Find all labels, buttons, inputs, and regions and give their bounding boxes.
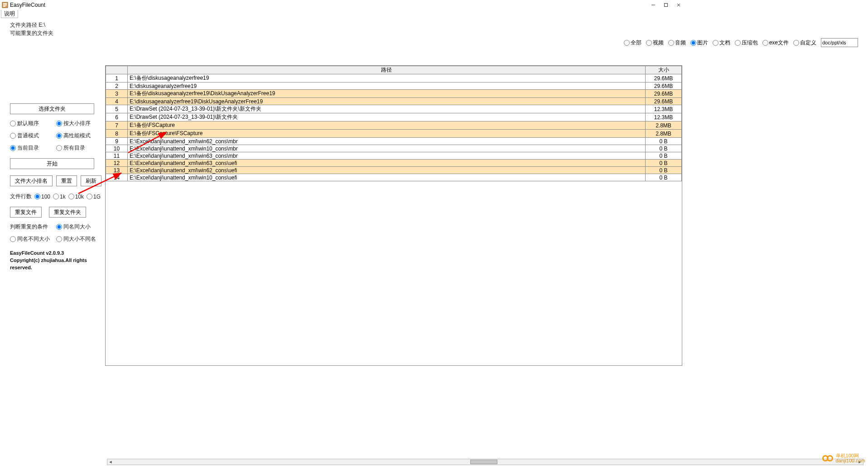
col-index[interactable] bbox=[106, 66, 128, 74]
cell-path: E:\Excel\danji\unattend_xml\win62_cons\m… bbox=[128, 138, 646, 145]
table-row[interactable]: 1E:\备份\diskusageanalyzerfree1929.6MB bbox=[106, 74, 682, 83]
table-row[interactable]: 5E:\DrawSet (2024-07-23_13-39-01)\新文件夹\新… bbox=[106, 105, 682, 113]
start-button[interactable]: 开始 bbox=[10, 158, 94, 169]
rowcount-label: 文件行数 bbox=[10, 193, 32, 200]
table-row[interactable]: 13E:\Excel\danji\unattend_xml\win62_cons… bbox=[106, 167, 682, 174]
cell-index: 8 bbox=[106, 130, 128, 138]
rank-button[interactable]: 文件大小排名 bbox=[10, 175, 53, 186]
table-row[interactable]: 8E:\备份\FSCapture\FSCapture2.8MB bbox=[106, 130, 682, 138]
filter-bar: 全部 视频 音频 图片 文档 压缩包 exe文件 自定义 bbox=[624, 38, 687, 47]
cell-path: E:\Excel\danji\unattend_xml\win63_cons\u… bbox=[128, 160, 646, 167]
cell-index: 1 bbox=[106, 74, 128, 83]
cell-path: E:\DrawSet (2024-07-23_13-39-01)\新文件夹 bbox=[128, 113, 646, 121]
table-row[interactable]: 7E:\备份\FSCapture2.8MB bbox=[106, 121, 682, 130]
table-row[interactable]: 14E:\Excel\danji\unattend_xml\win10_cons… bbox=[106, 174, 682, 181]
cell-size: 0 B bbox=[646, 167, 682, 174]
sidebar: 文件夹路径 E:\ 可能重复的文件夹 选择文件夹 默认顺序 按大小排序 普通模式… bbox=[0, 18, 105, 369]
radio-scope-all[interactable]: 所有目录 bbox=[56, 144, 102, 152]
cell-index: 4 bbox=[106, 98, 128, 105]
menubar: 说明 bbox=[0, 10, 687, 18]
svg-rect-3 bbox=[3, 6, 5, 7]
radio-cond-same[interactable]: 同名同大小 bbox=[56, 223, 102, 231]
cell-size: 29.6MB bbox=[646, 98, 682, 105]
cell-size: 0 B bbox=[646, 138, 682, 145]
cell-path: E:\备份\diskusageanalyzerfree19 bbox=[128, 74, 646, 83]
cell-path: E:\Excel\danji\unattend_xml\win10_cons\u… bbox=[128, 174, 646, 181]
cell-index: 7 bbox=[106, 121, 128, 130]
cell-size: 2.8MB bbox=[646, 121, 682, 130]
cell-index: 2 bbox=[106, 83, 128, 90]
table-row[interactable]: 10E:\Excel\danji\unattend_xml\win10_cons… bbox=[106, 145, 682, 152]
radio-scope-current[interactable]: 当前目录 bbox=[10, 144, 56, 152]
select-folder-button[interactable]: 选择文件夹 bbox=[10, 103, 94, 114]
table-row[interactable]: 11E:\Excel\danji\unattend_xml\win63_cons… bbox=[106, 152, 682, 160]
cell-path: E:\Excel\danji\unattend_xml\win63_cons\m… bbox=[128, 152, 646, 160]
app-icon bbox=[2, 2, 8, 8]
svg-rect-1 bbox=[3, 3, 7, 4]
radio-cond-name-diff-size[interactable]: 同名不同大小 bbox=[10, 235, 56, 243]
cell-size: 12.3MB bbox=[646, 113, 682, 121]
table-row[interactable]: 2E:\diskusageanalyzerfree1929.6MB bbox=[106, 83, 682, 90]
cell-index: 12 bbox=[106, 160, 128, 167]
table-row[interactable]: 9E:\Excel\danji\unattend_xml\win62_cons\… bbox=[106, 138, 682, 145]
dup-files-button[interactable]: 重复文件 bbox=[10, 207, 42, 218]
cell-path: E:\备份\FSCapture bbox=[128, 121, 646, 130]
radio-mode-hiperf[interactable]: 高性能模式 bbox=[56, 132, 102, 140]
table-row[interactable]: 3E:\备份\diskusageanalyzerfree19\DiskUsage… bbox=[106, 90, 682, 98]
radio-rc-100[interactable]: 100 bbox=[34, 194, 50, 200]
radio-cond-size-diff-name[interactable]: 同大小不同名 bbox=[56, 235, 102, 243]
cell-index: 3 bbox=[106, 90, 128, 98]
cell-path: E:\diskusageanalyzerfree19\DiskUsageAnal… bbox=[128, 98, 646, 105]
cell-size: 2.8MB bbox=[646, 130, 682, 138]
titlebar: EasyFileCount bbox=[0, 0, 687, 10]
cell-index: 6 bbox=[106, 113, 128, 121]
minimize-button[interactable] bbox=[647, 1, 660, 9]
radio-rc-1k[interactable]: 1k bbox=[53, 194, 66, 200]
cell-size: 29.6MB bbox=[646, 74, 682, 83]
version-text: EasyFileCount v2.0.9.3 bbox=[10, 249, 102, 257]
filter-all[interactable]: 全部 bbox=[624, 39, 641, 47]
cell-index: 5 bbox=[106, 105, 128, 113]
cell-size: 29.6MB bbox=[646, 83, 682, 90]
cell-size: 29.6MB bbox=[646, 90, 682, 98]
close-button[interactable] bbox=[672, 1, 685, 9]
table-row[interactable]: 12E:\Excel\danji\unattend_xml\win63_cons… bbox=[106, 160, 682, 167]
cell-size: 0 B bbox=[646, 160, 682, 167]
radio-mode-normal[interactable]: 普通模式 bbox=[10, 132, 56, 140]
cell-index: 14 bbox=[106, 174, 128, 181]
refresh-button[interactable]: 刷新 bbox=[81, 175, 101, 186]
copyright-text: Copyright(c) zhujiahua.All rights reserv… bbox=[10, 257, 102, 271]
cell-size: 0 B bbox=[646, 145, 682, 152]
cell-size: 12.3MB bbox=[646, 105, 682, 113]
radio-sort-default[interactable]: 默认顺序 bbox=[10, 120, 56, 127]
app-title: EasyFileCount bbox=[10, 2, 45, 8]
cell-path: E:\备份\FSCapture\FSCapture bbox=[128, 130, 646, 138]
cell-size: 0 B bbox=[646, 174, 682, 181]
cell-index: 13 bbox=[106, 167, 128, 174]
filter-audio[interactable]: 音频 bbox=[668, 39, 686, 47]
table-row[interactable]: 6E:\DrawSet (2024-07-23_13-39-01)\新文件夹12… bbox=[106, 113, 682, 121]
radio-rc-1g[interactable]: 1G bbox=[87, 194, 101, 200]
table-row[interactable]: 4E:\diskusageanalyzerfree19\DiskUsageAna… bbox=[106, 98, 682, 105]
svg-rect-2 bbox=[3, 5, 7, 5]
svg-rect-5 bbox=[665, 4, 668, 7]
cond-label: 判断重复的条件 bbox=[10, 223, 56, 231]
reset-button[interactable]: 重置 bbox=[56, 175, 77, 186]
col-path[interactable]: 路径 bbox=[128, 66, 646, 74]
col-size[interactable]: 大小 bbox=[646, 66, 682, 74]
dup-folders-button[interactable]: 重复文件夹 bbox=[49, 207, 86, 218]
cell-index: 9 bbox=[106, 138, 128, 145]
cell-index: 10 bbox=[106, 145, 128, 152]
cell-path: E:\DrawSet (2024-07-23_13-39-01)\新文件夹\新文… bbox=[128, 105, 646, 113]
radio-rc-10k[interactable]: 10k bbox=[68, 194, 84, 200]
radio-sort-size[interactable]: 按大小排序 bbox=[56, 120, 102, 127]
cell-path: E:\diskusageanalyzerfree19 bbox=[128, 83, 646, 90]
filter-video[interactable]: 视频 bbox=[646, 39, 664, 47]
results-table: 路径 大小 1E:\备份\diskusageanalyzerfree1929.6… bbox=[105, 65, 682, 366]
info-dup: 可能重复的文件夹 bbox=[10, 29, 102, 37]
maximize-button[interactable] bbox=[660, 1, 672, 9]
cell-path: E:\Excel\danji\unattend_xml\win10_cons\m… bbox=[128, 145, 646, 152]
menu-help[interactable]: 说明 bbox=[1, 10, 18, 18]
cell-size: 0 B bbox=[646, 152, 682, 160]
cell-path: E:\Excel\danji\unattend_xml\win62_cons\u… bbox=[128, 167, 646, 174]
